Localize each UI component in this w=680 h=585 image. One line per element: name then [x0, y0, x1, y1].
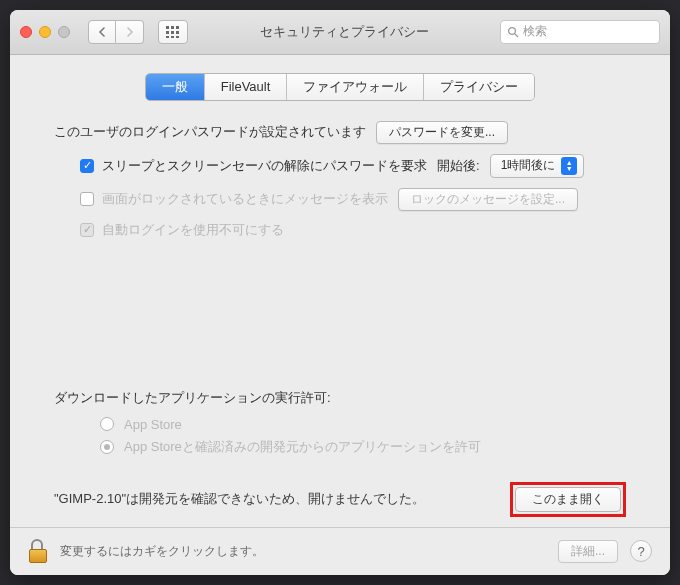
svg-rect-5	[176, 31, 179, 34]
svg-rect-7	[171, 36, 174, 38]
svg-rect-2	[176, 26, 179, 29]
require-password-row: ✓ スリープとスクリーンセーバの解除にパスワードを要求 開始後: 1時間後に ▲…	[80, 154, 626, 178]
unchecked-box-icon	[80, 192, 94, 206]
search-placeholder: 検索	[523, 23, 547, 40]
forward-button[interactable]	[116, 20, 144, 44]
footer-hint: 変更するにはカギをクリックします。	[60, 543, 546, 560]
traffic-lights	[20, 26, 70, 38]
close-window-button[interactable]	[20, 26, 32, 38]
check-icon: ✓	[83, 160, 92, 171]
radio-appstore-row: App Store	[100, 417, 626, 432]
nav-buttons	[88, 20, 144, 44]
content-area: このユーザのログインパスワードが設定されています パスワードを変更... ✓ ス…	[10, 101, 670, 527]
check-icon: ✓	[83, 224, 92, 235]
prefs-window: セキュリティとプライバシー 検索 一般 FileVault ファイアウォール プ…	[10, 10, 670, 575]
radio-appstore	[100, 417, 114, 431]
lock-button[interactable]	[28, 539, 48, 563]
back-button[interactable]	[88, 20, 116, 44]
lock-message-row: 画面がロックされているときにメッセージを表示 ロックのメッセージを設定...	[80, 188, 626, 211]
download-heading-row: ダウンロードしたアプリケーションの実行許可:	[54, 389, 626, 407]
footer: 変更するにはカギをクリックします。 詳細... ?	[10, 527, 670, 575]
change-password-button[interactable]: パスワードを変更...	[376, 121, 508, 144]
disable-autologin-checkbox: ✓ 自動ログインを使用不可にする	[80, 221, 284, 239]
after-delay-select[interactable]: 1時間後に ▲▼	[490, 154, 585, 178]
radio-identified	[100, 440, 114, 454]
tab-filevault[interactable]: FileVault	[204, 74, 287, 100]
radio-identified-label: App Storeと確認済みの開発元からのアプリケーションを許可	[124, 438, 481, 456]
download-heading: ダウンロードしたアプリケーションの実行許可:	[54, 389, 331, 407]
login-password-row: このユーザのログインパスワードが設定されています パスワードを変更...	[54, 121, 626, 144]
radio-appstore-label: App Store	[124, 417, 182, 432]
after-delay-value: 1時間後に	[501, 157, 556, 174]
require-password-checkbox[interactable]: ✓ スリープとスクリーンセーバの解除にパスワードを要求	[80, 157, 427, 175]
open-anyway-button[interactable]: このまま開く	[515, 487, 621, 512]
radio-dot-icon	[104, 444, 110, 450]
lock-body-icon	[29, 549, 47, 563]
zoom-window-button[interactable]	[58, 26, 70, 38]
help-button[interactable]: ?	[630, 540, 652, 562]
show-all-button[interactable]	[158, 20, 188, 44]
chevron-left-icon	[98, 27, 106, 37]
blocked-app-text: "GIMP-2.10"は開発元を確認できないため、開けませんでした。	[54, 490, 425, 508]
disable-autologin-label: 自動ログインを使用不可にする	[102, 221, 284, 239]
stepper-arrows-icon: ▲▼	[561, 157, 577, 175]
disable-autologin-row: ✓ 自動ログインを使用不可にする	[80, 221, 626, 239]
search-icon	[507, 26, 519, 38]
window-title: セキュリティとプライバシー	[196, 23, 492, 41]
lock-message-label: 画面がロックされているときにメッセージを表示	[102, 190, 388, 208]
tab-firewall[interactable]: ファイアウォール	[286, 74, 423, 100]
radio-identified-row: App Storeと確認済みの開発元からのアプリケーションを許可	[100, 438, 626, 456]
svg-rect-8	[176, 36, 179, 38]
blocked-app-row: "GIMP-2.10"は開発元を確認できないため、開けませんでした。 このまま開…	[54, 482, 626, 517]
minimize-window-button[interactable]	[39, 26, 51, 38]
advanced-button[interactable]: 詳細...	[558, 540, 618, 563]
tab-privacy[interactable]: プライバシー	[423, 74, 534, 100]
svg-rect-4	[171, 31, 174, 34]
require-password-label: スリープとスクリーンセーバの解除にパスワードを要求	[102, 157, 427, 175]
chevron-right-icon	[126, 27, 134, 37]
svg-line-10	[515, 34, 518, 37]
help-icon: ?	[637, 544, 644, 559]
lock-message-checkbox: 画面がロックされているときにメッセージを表示	[80, 190, 388, 208]
titlebar: セキュリティとプライバシー 検索	[10, 10, 670, 55]
grid-icon	[166, 26, 180, 38]
tab-segment: 一般 FileVault ファイアウォール プライバシー	[145, 73, 536, 101]
set-lock-message-button: ロックのメッセージを設定...	[398, 188, 578, 211]
svg-rect-1	[171, 26, 174, 29]
search-field[interactable]: 検索	[500, 20, 660, 44]
svg-rect-6	[166, 36, 169, 38]
login-password-status: このユーザのログインパスワードが設定されています	[54, 123, 366, 141]
svg-rect-3	[166, 31, 169, 34]
svg-rect-0	[166, 26, 169, 29]
after-label: 開始後:	[437, 157, 480, 175]
svg-point-9	[509, 27, 516, 34]
download-section: ダウンロードしたアプリケーションの実行許可: App Store App Sto…	[54, 389, 626, 517]
tab-row: 一般 FileVault ファイアウォール プライバシー	[10, 73, 670, 101]
tab-general[interactable]: 一般	[146, 74, 204, 100]
open-anyway-highlight: このまま開く	[510, 482, 626, 517]
